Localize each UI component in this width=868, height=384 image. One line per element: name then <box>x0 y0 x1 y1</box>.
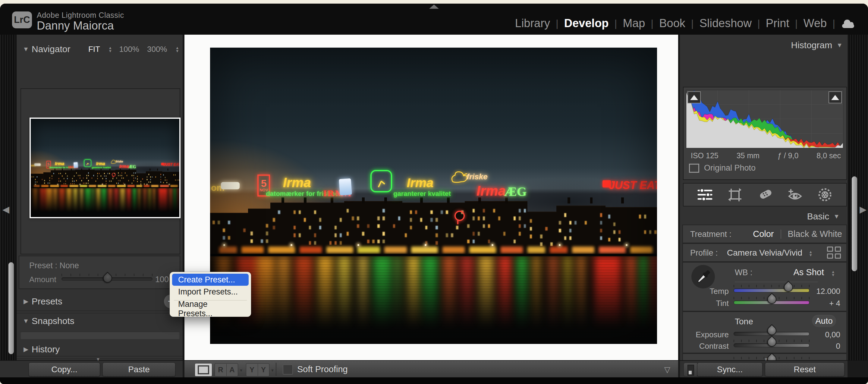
wb-eyedropper[interactable] <box>691 265 715 288</box>
expand-icon[interactable]: ▶ <box>22 346 30 353</box>
cloud-sync-icon[interactable] <box>841 19 855 28</box>
collapse-right-group-icon[interactable]: ▼ <box>764 357 768 362</box>
auto-tone-button[interactable]: Auto <box>812 315 836 327</box>
sync-button[interactable]: Sync... <box>697 362 763 377</box>
expand-icon[interactable]: ▶ <box>22 298 30 305</box>
collapse-icon[interactable]: ▼ <box>833 213 840 220</box>
wb-value[interactable]: As Shot <box>793 267 824 277</box>
copy-button[interactable]: Copy... <box>29 362 100 377</box>
navigator-header[interactable]: ▼ Navigator FIT▴▾ 100% 300%▴▾ <box>17 41 183 58</box>
hide-top-panel-arrow-icon[interactable] <box>429 4 439 9</box>
photo-window <box>67 175 67 177</box>
treatment-bw-option[interactable]: Black & White <box>788 229 842 239</box>
edit-sliders-tool-icon[interactable] <box>696 187 714 202</box>
module-map[interactable]: Map <box>623 17 645 30</box>
shadow-clipping-indicator[interactable] <box>687 91 701 103</box>
exposure-slider[interactable]: Exposure0,00 <box>683 329 846 340</box>
contrast-slider[interactable]: Contrast0 <box>683 340 846 352</box>
collapse-left-group-icon[interactable]: ▼ <box>96 357 100 362</box>
module-print[interactable]: Print <box>766 17 789 30</box>
highlight-clipping-indicator[interactable] <box>829 91 842 103</box>
left-panel-scrollbar[interactable] <box>8 262 14 354</box>
photo-window <box>223 228 225 232</box>
soft-proofing-checkbox[interactable] <box>283 364 293 375</box>
red-eye-tool-icon[interactable] <box>786 187 804 202</box>
photo-window <box>83 178 84 179</box>
reference-a[interactable]: A <box>227 364 238 376</box>
photo-street-lamp <box>626 244 627 246</box>
reference-r[interactable]: R <box>215 364 227 376</box>
photo-chimney <box>384 197 387 203</box>
main-photo[interactable]: om5NOVIrmadatomærker for friskhedIRMAIrm… <box>31 119 179 217</box>
paste-button[interactable]: Paste <box>102 362 176 377</box>
collapse-icon[interactable]: ▼ <box>22 45 30 53</box>
dropdown-caret-icon[interactable]: ▾ <box>271 367 274 373</box>
profile-browser-icon[interactable] <box>827 247 841 259</box>
photo-storefront-glow <box>34 185 40 187</box>
menu-item-import-presets[interactable]: Import Presets... <box>172 286 249 298</box>
photo-window <box>314 233 316 237</box>
updown-icon[interactable]: ▴▾ <box>176 46 179 53</box>
presets-label: Presets <box>32 296 62 307</box>
photo-window <box>50 180 50 181</box>
photo-window <box>540 234 542 238</box>
photo-window <box>382 232 384 235</box>
photo-window <box>133 180 134 181</box>
photo-window <box>59 178 59 179</box>
snapshots-header[interactable]: ▼ Snapshots <box>17 313 183 329</box>
right-panel-scrollbar[interactable] <box>852 176 857 271</box>
menu-item-create-preset[interactable]: Create Preset... <box>172 274 249 286</box>
amount-slider[interactable] <box>43 273 167 284</box>
preset-amount-box: Preset : None Amount 100 <box>19 256 180 289</box>
main-photo[interactable]: om5NOVIrmadatomærker for friskhedIRMAIrm… <box>210 47 657 344</box>
sync-toggle-button[interactable] <box>684 362 698 377</box>
photo-window <box>121 178 122 179</box>
reset-button[interactable]: Reset <box>765 362 844 377</box>
module-slideshow[interactable]: Slideshow <box>700 17 752 30</box>
after-y[interactable]: Y <box>258 364 269 376</box>
zoom-fit[interactable]: FIT <box>88 44 100 54</box>
temp-slider[interactable]: Temp12.000 <box>683 285 846 297</box>
photo-window <box>519 216 521 220</box>
profile-value[interactable]: Camera Velvia/Vivid <box>727 248 802 258</box>
toolbar-options-icon[interactable]: ▽ <box>664 365 670 374</box>
basic-panel-header[interactable]: Basic ▼ <box>680 207 847 224</box>
photo-chimney <box>89 168 90 170</box>
collapse-icon[interactable]: ▼ <box>22 317 30 325</box>
before-after-lr-button[interactable]: RA <box>215 363 238 377</box>
module-web[interactable]: Web <box>804 17 827 30</box>
histogram-plot[interactable] <box>686 90 843 148</box>
photo-window <box>503 232 505 235</box>
module-library[interactable]: Library <box>515 17 550 30</box>
zoom-300[interactable]: 300% <box>147 44 167 54</box>
loupe-view-button[interactable] <box>195 363 212 377</box>
collapse-left-panel-icon[interactable]: ◀ <box>2 204 9 215</box>
healing-tool-icon[interactable] <box>756 187 774 202</box>
collapse-right-panel-icon[interactable]: ▶ <box>860 204 867 215</box>
slider-track[interactable] <box>734 288 809 292</box>
tint-slider[interactable]: Tint+ 4 <box>683 297 846 309</box>
photo-window <box>362 232 364 235</box>
crop-tool-icon[interactable] <box>726 187 744 202</box>
updown-icon[interactable]: ▴▾ <box>832 270 834 277</box>
histogram-header[interactable]: Histogram ▼ <box>791 40 843 50</box>
collapse-icon[interactable]: ▼ <box>836 41 843 49</box>
dropdown-caret-icon[interactable]: ▾ <box>240 367 242 373</box>
treatment-color-option[interactable]: Color <box>753 229 774 239</box>
module-book[interactable]: Book <box>659 17 685 30</box>
navigator-thumbnail[interactable]: om5NOVIrmadatomærker for friskhedIRMAIrm… <box>30 118 181 218</box>
updown-icon[interactable]: ▴▾ <box>809 250 812 256</box>
menu-item-manage-presets[interactable]: Manage Presets... <box>172 303 249 315</box>
zoom-100[interactable]: 100% <box>119 44 139 54</box>
updown-icon[interactable]: ▴▾ <box>109 46 112 53</box>
masking-tool-icon[interactable] <box>816 187 834 202</box>
original-photo-checkbox[interactable] <box>689 164 699 173</box>
photo-window <box>160 179 161 180</box>
before-after-yy-button[interactable]: YY <box>246 363 270 377</box>
presets-section[interactable]: ▶ Presets +▾ <box>17 293 183 310</box>
photo-storefront-glow <box>50 185 59 187</box>
before-y[interactable]: Y <box>247 364 258 376</box>
original-photo-row[interactable]: Original Photo <box>689 163 755 173</box>
history-header[interactable]: ▶ History <box>17 341 183 358</box>
module-develop[interactable]: Develop <box>564 17 609 30</box>
